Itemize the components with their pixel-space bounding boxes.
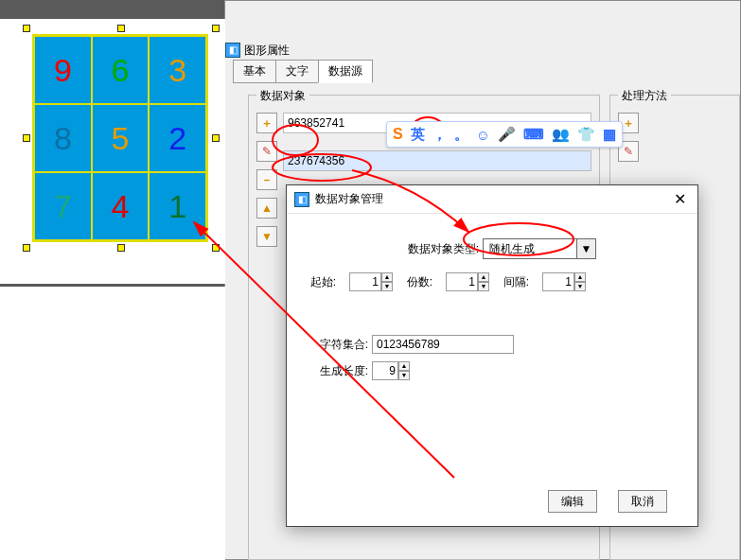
remove-button[interactable]: － <box>256 169 277 190</box>
face-icon[interactable]: ☺ <box>476 127 490 143</box>
edit-button[interactable]: ✎ <box>256 141 277 162</box>
count-label: 份数: <box>402 274 436 290</box>
add-button[interactable]: ＋ <box>256 113 277 133</box>
type-value: 随机生成 <box>483 238 577 259</box>
down-icon: ▼ <box>261 230 273 243</box>
mic-icon[interactable]: 🎤 <box>498 126 516 143</box>
ime-toolbar[interactable]: S 英 ， 。 ☺ 🎤 ⌨ 👥 👕 ▦ <box>386 121 623 148</box>
app-icon: ◧ <box>225 43 240 58</box>
dialog-icon: ◧ <box>294 192 309 207</box>
length-spinner[interactable]: ▲▼ <box>372 361 410 380</box>
editor-canvas: 9 6 3 8 5 2 7 4 1 <box>0 0 225 287</box>
count-input[interactable] <box>446 272 478 291</box>
pencil-icon: ✎ <box>624 145 633 158</box>
ime-punct-comma[interactable]: ， <box>432 126 447 144</box>
plus-icon: ＋ <box>623 115 634 131</box>
spinner-up-icon[interactable]: ▲ <box>574 272 586 282</box>
spinner-down-icon[interactable]: ▼ <box>478 282 489 291</box>
close-button[interactable]: ✕ <box>670 190 690 208</box>
spinner-up-icon[interactable]: ▲ <box>381 272 393 282</box>
spinner-down-icon[interactable]: ▼ <box>381 282 393 291</box>
length-input[interactable] <box>372 361 398 380</box>
spinner-up-icon[interactable]: ▲ <box>398 361 410 371</box>
up-icon: ▲ <box>261 201 273 215</box>
tab-strip: 基本 文字 数据源 <box>233 60 372 83</box>
gap-label: 间隔: <box>499 274 533 290</box>
list-item-text: 237674356 <box>288 154 344 167</box>
people-icon[interactable]: 👥 <box>552 126 570 143</box>
tab-basic[interactable]: 基本 <box>233 60 276 83</box>
list-item-text: 963852741 <box>288 116 344 130</box>
type-label: 数据对象类型: <box>388 241 483 257</box>
tab-text[interactable]: 文字 <box>275 60 319 83</box>
panel-title: 图形属性 <box>244 43 290 59</box>
move-down-button[interactable]: ▼ <box>256 226 277 247</box>
plus-icon: ＋ <box>261 115 273 131</box>
spinner-down-icon[interactable]: ▼ <box>398 371 410 380</box>
selected-object[interactable]: 9 6 3 8 5 2 7 4 1 <box>26 28 216 248</box>
pencil-icon: ✎ <box>262 145 272 158</box>
charset-input[interactable] <box>372 335 514 354</box>
spinner-down-icon[interactable]: ▼ <box>574 282 586 291</box>
minus-icon: － <box>261 172 273 188</box>
start-spinner[interactable]: ▲▼ <box>349 272 393 291</box>
keyboard-icon[interactable]: ⌨ <box>523 126 544 143</box>
length-label: 生成长度: <box>306 363 372 379</box>
panel-title-bar: ◧ 图形属性 <box>225 41 290 60</box>
chevron-down-icon: ▼ <box>577 238 596 259</box>
sogou-logo-icon: S <box>393 126 403 143</box>
start-label: 起始: <box>306 274 340 290</box>
skin-icon[interactable]: 👕 <box>577 126 595 143</box>
toolbox-icon[interactable]: ▦ <box>603 126 616 143</box>
ime-lang-toggle[interactable]: 英 <box>411 126 425 144</box>
dialog-title: 数据对象管理 <box>315 191 383 207</box>
data-object-manager-dialog: ◧ 数据对象管理 ✕ 数据对象类型: 随机生成 ▼ 起始: ▲▼ 份数: ▲▼ … <box>286 184 698 527</box>
spinner-up-icon[interactable]: ▲ <box>478 272 489 282</box>
group-legend: 处理方法 <box>618 88 671 104</box>
gap-spinner[interactable]: ▲▼ <box>542 272 586 291</box>
charset-label: 字符集合: <box>306 337 372 353</box>
tab-data-source[interactable]: 数据源 <box>318 60 373 83</box>
ime-punct-dot[interactable]: 。 <box>454 126 468 144</box>
gap-input[interactable] <box>542 272 574 291</box>
move-up-button[interactable]: ▲ <box>256 198 277 219</box>
cancel-button[interactable]: 取消 <box>618 490 667 513</box>
group-legend: 数据对象 <box>256 88 309 104</box>
edit-confirm-button[interactable]: 编辑 <box>548 490 597 513</box>
type-dropdown[interactable]: 随机生成 ▼ <box>483 238 596 259</box>
list-item[interactable]: 237674356 <box>283 150 591 171</box>
count-spinner[interactable]: ▲▼ <box>446 272 489 291</box>
start-input[interactable] <box>349 272 381 291</box>
